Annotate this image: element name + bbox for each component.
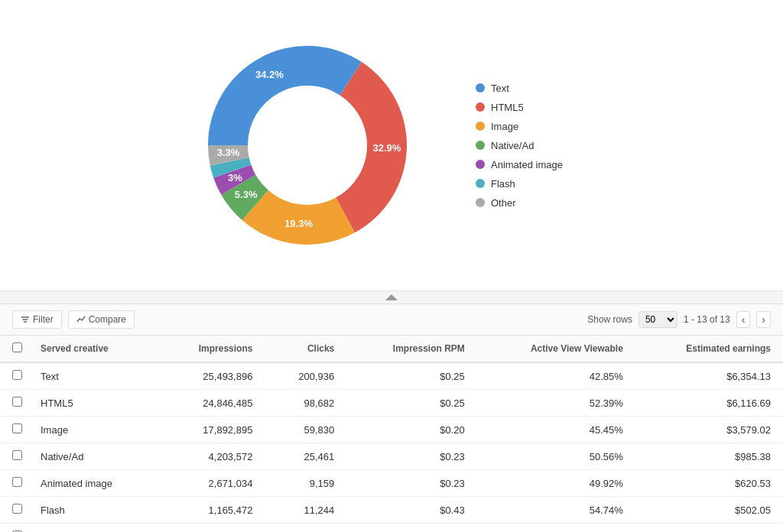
segment-label-6: 3.3% (217, 147, 240, 158)
cell-impressions: 1,165,472 (158, 497, 265, 524)
cell-earnings: $985.38 (635, 443, 783, 470)
segment-text (208, 46, 362, 145)
segment-label-4: 3% (228, 172, 242, 183)
chart-section: 34.2%32.9%19.3%5.3%3%3.3% TextHTML5Image… (0, 0, 783, 290)
legend-item-label: Flash (491, 178, 515, 190)
col-header-earnings: Estimated earnings (635, 336, 783, 362)
cell-earnings: $224.53 (635, 524, 783, 533)
table-toolbar: Filter Compare Show rows 50 25 100 1 - 1… (0, 304, 783, 336)
legend-item-native/ad: Native/Ad (476, 140, 598, 151)
cell-rpm: $0.23 (346, 443, 477, 470)
collapse-arrow-icon[interactable] (385, 294, 398, 300)
table-row: Flash 1,165,472 11,244 $0.43 54.74% $502… (0, 497, 783, 524)
legend-item-image: Image (476, 121, 598, 132)
prev-page-button[interactable]: ‹ (736, 311, 751, 328)
cell-clicks: 5,624 (265, 524, 346, 533)
row-checkbox-cell (0, 524, 28, 533)
data-table: Served creative Impressions Clicks Impre… (0, 336, 783, 532)
table-row: HTML5 24,846,485 98,682 $0.25 52.39% $6,… (0, 390, 783, 417)
pagination-text: 1 - 13 of 13 (684, 314, 730, 325)
filter-label: Filter (33, 314, 54, 325)
row-checkbox-1[interactable] (12, 397, 22, 407)
legend-dot (476, 141, 485, 150)
legend-dot (476, 160, 485, 169)
cell-clicks: 9,159 (265, 470, 346, 497)
cell-rpm: $0.25 (346, 362, 477, 390)
row-checkbox-cell (0, 417, 28, 443)
legend-item-label: Animated image (491, 159, 563, 170)
cell-clicks: 98,682 (265, 390, 346, 417)
cell-impressions: 4,203,572 (158, 443, 265, 470)
table-section: Filter Compare Show rows 50 25 100 1 - 1… (0, 303, 783, 532)
cell-impressions: 1,483,411 (158, 524, 265, 533)
row-checkbox-cell (0, 443, 28, 470)
cell-rpm: $0.43 (346, 497, 477, 524)
table-row: Native Ad 1,483,411 5,624 $0.15 61.07% $… (0, 524, 783, 533)
row-checkbox-5[interactable] (12, 504, 22, 514)
cell-creative: Native Ad (28, 524, 158, 533)
col-header-rpm: Impression RPM (346, 336, 477, 362)
select-all-header (0, 336, 28, 362)
show-rows-label: Show rows (587, 314, 632, 325)
legend-item-html5: HTML5 (476, 102, 598, 113)
row-checkbox-4[interactable] (12, 477, 22, 487)
table-row: Native/Ad 4,203,572 25,461 $0.23 50.56% … (0, 443, 783, 470)
cell-clicks: 11,244 (265, 497, 346, 524)
compare-button[interactable]: Compare (68, 310, 135, 329)
compare-icon (76, 315, 86, 324)
cell-creative: Flash (28, 497, 158, 524)
legend-item-label: Other (491, 197, 516, 209)
legend-item-label: Image (491, 121, 518, 132)
cell-earnings: $6,116.69 (635, 390, 783, 417)
cell-creative: Animated image (28, 470, 158, 497)
row-checkbox-2[interactable] (12, 423, 22, 433)
legend-dot (476, 83, 485, 92)
cell-impressions: 24,846,485 (158, 390, 265, 417)
cell-earnings: $502.05 (635, 497, 783, 524)
select-all-checkbox[interactable] (12, 342, 22, 352)
chart-legend: TextHTML5ImageNative/AdAnimated imageFla… (476, 83, 598, 209)
legend-item-other: Other (476, 197, 598, 209)
filter-button[interactable]: Filter (12, 310, 62, 329)
col-header-impressions: Impressions (158, 336, 265, 362)
cell-earnings: $6,354.13 (635, 362, 783, 390)
cell-impressions: 17,892,895 (158, 417, 265, 443)
cell-viewable: 42.85% (477, 362, 635, 390)
cell-earnings: $3,579.02 (635, 417, 783, 443)
compare-label: Compare (89, 314, 126, 325)
next-page-button[interactable]: › (756, 311, 771, 328)
legend-item-label: Native/Ad (491, 140, 534, 151)
cell-clicks: 25,461 (265, 443, 346, 470)
cell-viewable: 49.92% (477, 470, 635, 497)
cell-viewable: 45.45% (477, 417, 635, 443)
cell-clicks: 200,936 (265, 362, 346, 390)
cell-earnings: $620.53 (635, 470, 783, 497)
col-header-viewable: Active View Viewable (477, 336, 635, 362)
legend-item-label: HTML5 (491, 102, 524, 113)
donut-chart-container: 34.2%32.9%19.3%5.3%3%3.3% (185, 23, 430, 268)
toolbar-left: Filter Compare (12, 310, 135, 329)
row-checkbox-3[interactable] (12, 450, 22, 460)
col-header-clicks: Clicks (265, 336, 346, 362)
cell-rpm: $0.23 (346, 470, 477, 497)
segment-label-2: 19.3% (284, 218, 313, 229)
row-checkbox-cell (0, 390, 28, 417)
legend-dot (476, 179, 485, 188)
cell-impressions: 25,493,896 (158, 362, 265, 390)
row-checkbox-0[interactable] (12, 370, 22, 380)
table-header-row: Served creative Impressions Clicks Impre… (0, 336, 783, 362)
legend-item-label: Text (491, 83, 509, 94)
legend-item-flash: Flash (476, 178, 598, 190)
segment-label-0: 34.2% (255, 69, 284, 80)
cell-viewable: 50.56% (477, 443, 635, 470)
legend-dot (476, 122, 485, 131)
table-row: Text 25,493,896 200,936 $0.25 42.85% $6,… (0, 362, 783, 390)
divider-bar (0, 290, 783, 303)
cell-creative: Image (28, 417, 158, 443)
toolbar-right: Show rows 50 25 100 1 - 13 of 13 ‹ › (587, 311, 771, 328)
legend-item-text: Text (476, 83, 598, 94)
segment-label-3: 5.3% (235, 189, 258, 200)
show-rows-select[interactable]: 50 25 100 (638, 311, 677, 328)
filter-icon (21, 315, 30, 324)
table-row: Animated image 2,671,034 9,159 $0.23 49.… (0, 470, 783, 497)
